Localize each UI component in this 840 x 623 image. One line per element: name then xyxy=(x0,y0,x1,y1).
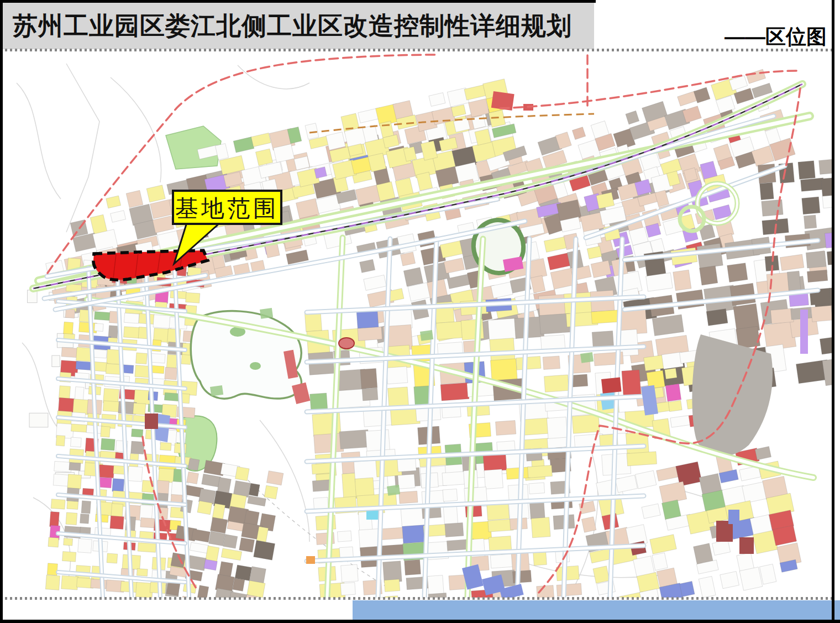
map-type-label: ——区位图 xyxy=(725,23,827,51)
page-top-border xyxy=(0,0,596,3)
dotted-divider-top xyxy=(0,49,832,51)
footer-accent-bar xyxy=(353,600,840,620)
map-layers xyxy=(17,55,840,623)
page-left-border xyxy=(0,0,3,623)
page-right-border xyxy=(832,0,834,623)
dotted-divider-bottom xyxy=(0,597,832,600)
location-map: 基地范围 xyxy=(0,0,840,623)
header-bar: 苏州工业园区娄江北侧工业区改造控制性详细规划 xyxy=(3,3,594,49)
page-bottom-border xyxy=(0,620,840,623)
page-title: 苏州工业园区娄江北侧工业区改造控制性详细规划 xyxy=(13,9,572,43)
callout-label: 基地范围 xyxy=(175,196,279,221)
